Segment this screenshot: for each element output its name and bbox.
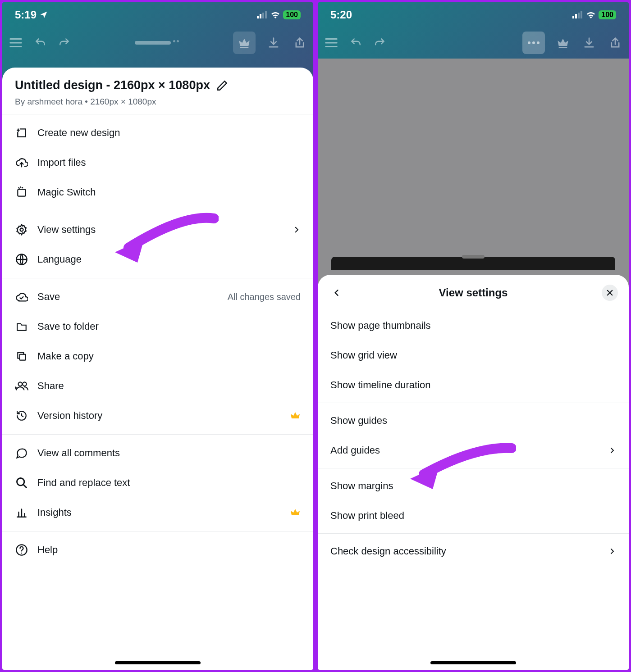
save-folder-label: Save to folder	[37, 321, 301, 332]
share-icon[interactable]	[292, 35, 308, 51]
magic-icon	[15, 186, 28, 199]
svg-rect-13	[575, 14, 577, 18]
accessibility-item[interactable]: Check design accessibility	[318, 536, 629, 566]
help-item[interactable]: Help	[2, 535, 313, 565]
chevron-left-icon	[332, 287, 341, 298]
svg-rect-7	[20, 354, 26, 360]
separator	[318, 403, 629, 403]
guides-item[interactable]: Show guides	[318, 406, 629, 436]
download-icon[interactable]	[265, 35, 282, 51]
svg-rect-12	[572, 16, 574, 18]
save-label: Save	[37, 291, 219, 303]
menu-icon[interactable]	[8, 35, 24, 51]
bleed-label: Show print bleed	[330, 510, 616, 522]
svg-rect-0	[257, 16, 259, 18]
phone-left: 5:19 100 Untitled design -	[2, 2, 313, 670]
view-settings-label: View settings	[37, 224, 283, 236]
svg-rect-4	[18, 190, 25, 196]
add-guides-label: Add guides	[330, 445, 608, 456]
save-folder-item[interactable]: Save to folder	[2, 312, 313, 341]
cloud-check-icon	[15, 290, 28, 304]
language-item[interactable]: Language	[2, 245, 313, 274]
folder-icon	[15, 320, 28, 333]
save-item[interactable]: Save All changes saved	[2, 282, 313, 312]
copy-icon	[15, 350, 28, 363]
magic-label: Magic Switch	[37, 186, 301, 198]
insights-item[interactable]: Insights	[2, 498, 313, 527]
comment-icon	[15, 446, 28, 460]
premium-crown-icon	[290, 410, 301, 421]
grabber-handle[interactable]	[135, 41, 171, 45]
comments-item[interactable]: View all comments	[2, 438, 313, 468]
wifi-icon	[270, 11, 280, 18]
history-icon	[15, 409, 28, 422]
chevron-right-icon	[608, 547, 616, 555]
make-copy-item[interactable]: Make a copy	[2, 341, 313, 371]
people-icon	[15, 379, 28, 393]
version-label: Version history	[37, 410, 281, 422]
create-design-item[interactable]: Create new design	[2, 118, 313, 148]
timeline-label: Show timeline duration	[330, 379, 616, 391]
share-icon[interactable]	[607, 35, 623, 51]
back-button[interactable]	[329, 285, 345, 301]
bleed-item[interactable]: Show print bleed	[318, 501, 629, 531]
guides-label: Show guides	[330, 415, 616, 427]
view-settings-sheet: View settings Show page thumbnails Show …	[318, 275, 629, 670]
download-icon[interactable]	[581, 35, 597, 51]
grid-item[interactable]: Show grid view	[318, 341, 629, 370]
battery-badge: 100	[599, 10, 616, 19]
margins-item[interactable]: Show margins	[318, 471, 629, 501]
status-time: 5:20	[330, 9, 352, 21]
crown-button[interactable]	[233, 32, 256, 54]
page-strip[interactable]	[331, 257, 615, 270]
magic-switch-item[interactable]: Magic Switch	[2, 177, 313, 207]
status-bar: 5:20 100	[318, 2, 629, 27]
redo-icon[interactable]	[372, 35, 388, 51]
import-files-item[interactable]: Import files	[2, 148, 313, 177]
version-history-item[interactable]: Version history	[2, 401, 313, 431]
redo-icon[interactable]	[56, 35, 73, 51]
menu-icon[interactable]	[323, 35, 339, 51]
more-button[interactable]	[522, 32, 545, 54]
sheet-header: View settings	[318, 275, 629, 311]
gear-icon	[15, 223, 28, 236]
timeline-item[interactable]: Show timeline duration	[318, 370, 629, 400]
location-icon	[39, 10, 48, 19]
margins-label: Show margins	[330, 480, 616, 492]
home-indicator[interactable]	[115, 661, 201, 664]
view-settings-item[interactable]: View settings	[2, 215, 313, 245]
separator	[318, 468, 629, 468]
edit-icon[interactable]	[216, 80, 228, 91]
svg-point-5	[20, 228, 23, 232]
sheet-header: Untitled design - 2160px × 1080px By ars…	[2, 68, 313, 114]
find-label: Find and replace text	[37, 477, 301, 489]
undo-icon[interactable]	[348, 35, 364, 51]
create-label: Create new design	[37, 127, 301, 139]
add-guides-item[interactable]: Add guides	[318, 436, 629, 465]
separator	[318, 533, 629, 534]
design-byline: By arshmeet hora • 2160px × 1080px	[15, 97, 301, 107]
page-handle[interactable]	[462, 255, 485, 259]
cloud-upload-icon	[15, 156, 28, 169]
chevron-right-icon	[608, 446, 616, 454]
premium-crown-icon	[290, 507, 301, 518]
close-button[interactable]	[602, 285, 618, 301]
thumbnails-item[interactable]: Show page thumbnails	[318, 311, 629, 341]
home-indicator[interactable]	[430, 661, 516, 664]
share-item[interactable]: Share	[2, 371, 313, 401]
signal-icon	[572, 11, 583, 18]
chevron-right-icon	[293, 226, 301, 234]
save-status: All changes saved	[228, 292, 301, 302]
crown-icon[interactable]	[555, 35, 571, 51]
copy-label: Make a copy	[37, 350, 301, 362]
undo-icon[interactable]	[32, 35, 48, 51]
help-label: Help	[37, 544, 301, 556]
design-title: Untitled design - 2160px × 1080px	[15, 78, 210, 92]
find-replace-item[interactable]: Find and replace text	[2, 468, 313, 498]
battery-badge: 100	[283, 10, 301, 19]
globe-icon	[15, 253, 28, 266]
accessibility-label: Check design accessibility	[330, 545, 608, 557]
create-icon	[15, 126, 28, 140]
share-label: Share	[37, 380, 301, 392]
sheet-title: View settings	[345, 286, 602, 299]
